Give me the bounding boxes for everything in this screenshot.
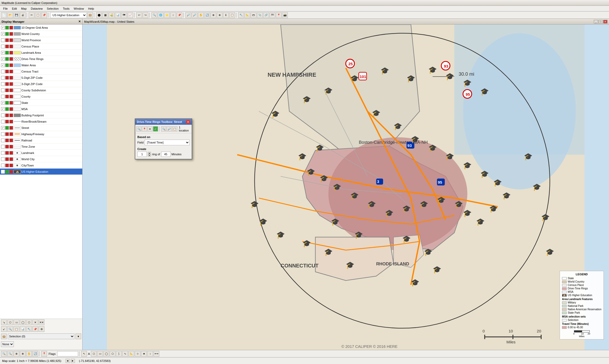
paste-btn[interactable]: 📌	[41, 12, 47, 18]
bt-shape3[interactable]: ◯	[103, 351, 109, 357]
new-btn[interactable]: 📄	[1, 12, 7, 18]
sel-chevron[interactable]: ▼	[75, 333, 81, 339]
layer-err-btn[interactable]	[9, 157, 13, 161]
layer-item[interactable]: ✓ Drive-Time Rings	[0, 56, 82, 62]
tool2-6[interactable]: 📌	[32, 326, 38, 332]
layer-check[interactable]: ✓	[1, 101, 5, 105]
copy-btn[interactable]: 📋	[35, 12, 41, 18]
layer-item[interactable]: Highway/Freeway	[0, 131, 82, 137]
dt-tool-3[interactable]: ✕	[148, 126, 153, 132]
layer-check[interactable]	[1, 132, 5, 136]
layer-check[interactable]: ✓	[1, 51, 5, 55]
print-btn[interactable]: 🖨	[20, 12, 26, 18]
layer-check[interactable]	[1, 38, 5, 42]
dialog-close-btn[interactable]: ✕	[186, 120, 190, 124]
bt-5[interactable]: ✋	[26, 351, 32, 357]
none-dropdown[interactable]: None	[1, 341, 14, 347]
tb5[interactable]: 🗺	[121, 12, 127, 18]
layer-check[interactable]: ✓	[1, 126, 5, 130]
layer-check[interactable]	[1, 145, 5, 148]
next-btn[interactable]: ►	[71, 359, 75, 363]
dt-tool-5[interactable]: 🔍	[161, 126, 166, 132]
bt-shape2[interactable]: ▭	[97, 351, 103, 357]
tb22[interactable]: 🔧	[238, 12, 244, 18]
layer-err-btn[interactable]	[9, 26, 13, 29]
layer-err-btn[interactable]	[9, 32, 13, 36]
dt-tool-2[interactable]: 📍	[142, 126, 147, 132]
flags-input[interactable]	[57, 351, 78, 356]
layer-vis-btn[interactable]	[5, 139, 9, 142]
layer-check[interactable]	[1, 120, 5, 123]
layer-err-btn[interactable]	[9, 139, 13, 142]
bt-6[interactable]: 🔄	[32, 351, 38, 357]
dt-tool-7[interactable]: 📋	[172, 126, 177, 132]
layer-vis-btn[interactable]	[5, 170, 9, 174]
layer-check[interactable]	[1, 157, 5, 161]
layer-err-btn[interactable]	[9, 114, 13, 117]
tb16[interactable]: ✋	[198, 12, 204, 18]
layer-vis-btn[interactable]	[5, 70, 9, 73]
layer-item[interactable]: Landmark	[0, 150, 82, 156]
sel-icon[interactable]: 🏫	[1, 333, 7, 339]
tb28[interactable]: 📍	[276, 12, 282, 18]
layer-err-btn[interactable]	[9, 70, 13, 73]
layer-item[interactable]: Time Zone	[0, 144, 82, 150]
layer-check[interactable]	[1, 70, 5, 73]
layer-item[interactable]: ✓ Landmark Area	[0, 50, 82, 56]
layer-check[interactable]	[1, 82, 5, 86]
layer-item[interactable]: County	[0, 93, 82, 100]
tb21[interactable]: 📋	[229, 12, 235, 18]
dt-tool-6[interactable]: 🔎	[167, 126, 172, 132]
bt-shape1[interactable]: ⬡	[91, 351, 97, 357]
layer-err-btn[interactable]	[9, 101, 13, 105]
layer-vis-btn[interactable]	[5, 57, 9, 61]
tb27[interactable]: 🏁	[270, 12, 275, 18]
layer-check[interactable]: ✓	[1, 63, 5, 67]
layer-err-btn[interactable]	[9, 145, 13, 148]
layer-err-btn[interactable]	[9, 95, 13, 98]
tool-clear2[interactable]: ✕✕	[39, 319, 44, 325]
tb23[interactable]: 📐	[244, 12, 250, 18]
layer-vis-btn[interactable]	[5, 151, 9, 155]
layer-err-btn[interactable]	[9, 57, 13, 61]
spin-up[interactable]: ▲	[148, 152, 151, 154]
dt-tool-4[interactable]: ✓	[153, 126, 158, 132]
tb7[interactable]: ↩	[136, 12, 142, 18]
tb8[interactable]: ↪	[143, 12, 148, 18]
layer-vis-btn[interactable]	[5, 101, 9, 105]
layer-item-higher-ed[interactable]: ✓ 🏫 US Higher Education	[0, 169, 82, 175]
panel-close-btn[interactable]: ✕	[78, 20, 81, 23]
tool-circle[interactable]: ◯	[20, 319, 26, 325]
layer-err-btn[interactable]	[9, 45, 13, 48]
dt-tool-1[interactable]: 🔍	[136, 126, 141, 132]
layer-check[interactable]	[1, 95, 5, 98]
menu-window[interactable]: Window	[72, 7, 86, 11]
bt-7[interactable]: 📍	[41, 351, 47, 357]
layer-err-btn[interactable]	[9, 126, 13, 130]
layer-vis-btn[interactable]	[5, 32, 9, 36]
layer-err-btn[interactable]	[9, 63, 13, 67]
tool2-1[interactable]: ↙	[1, 326, 7, 332]
layer-err-btn[interactable]	[9, 38, 13, 42]
layer-item[interactable]: World City	[0, 156, 82, 162]
layer-err-btn[interactable]	[9, 170, 13, 174]
spin-down[interactable]: ▼	[148, 154, 151, 157]
tool-lasso[interactable]: ⬡	[7, 319, 13, 325]
layer-check[interactable]: ✓	[1, 107, 5, 111]
save-btn[interactable]: 💾	[14, 12, 19, 18]
layer-item[interactable]: River/Brook/Stream	[0, 118, 82, 125]
layer-item[interactable]: City/Town	[0, 162, 82, 169]
win-minimize[interactable]: _	[594, 20, 598, 23]
layer-vis-btn[interactable]	[5, 145, 9, 148]
menu-edit[interactable]: Edit	[10, 7, 19, 11]
tool-clear[interactable]: ✕	[32, 319, 38, 325]
bt-shape7[interactable]: 📐	[128, 351, 134, 357]
layer-err-btn[interactable]	[9, 82, 13, 86]
layer-vis-btn[interactable]	[5, 63, 9, 67]
minutes-input[interactable]	[161, 152, 171, 157]
bt-shape11[interactable]: ⟷	[154, 351, 159, 357]
bt-shape10[interactable]: ↕	[147, 351, 153, 357]
layer-item[interactable]: County Subdivision	[0, 87, 82, 93]
layer-item[interactable]: World Province	[0, 37, 82, 43]
layer-check[interactable]	[1, 45, 5, 48]
